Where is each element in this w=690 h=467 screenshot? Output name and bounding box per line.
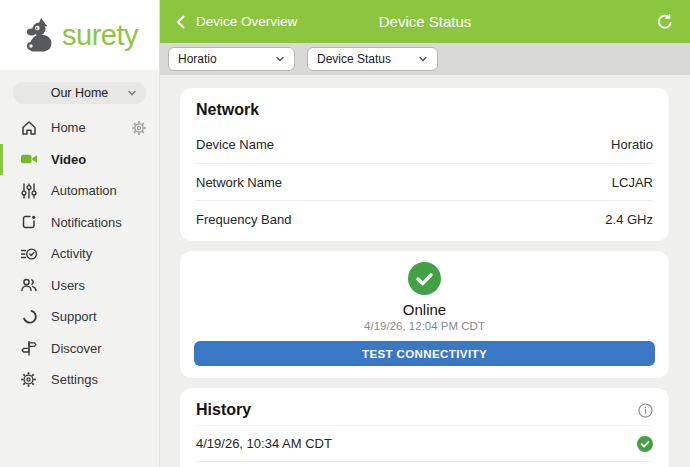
history-timestamp: 4/19/26, 10:34 AM CDT bbox=[196, 436, 332, 451]
surety-logo: surety bbox=[0, 0, 159, 70]
frequency-band-row: Frequency Band 2.4 GHz bbox=[196, 200, 653, 237]
history-row: 4/19/26, 10:34 AM CDT bbox=[196, 426, 653, 462]
test-connectivity-button[interactable]: TEST CONNECTIVITY bbox=[194, 341, 655, 366]
sidebar-item-label: Discover bbox=[51, 341, 102, 356]
sidebar-item-label: Settings bbox=[51, 372, 98, 387]
notifications-icon bbox=[20, 213, 38, 231]
network-card: Network Device Name Horatio Network Name… bbox=[180, 88, 669, 241]
gear-icon bbox=[20, 371, 38, 389]
home-settings-gear-icon[interactable] bbox=[131, 120, 147, 136]
sliders-icon bbox=[20, 182, 38, 200]
device-name-row: Device Name Horatio bbox=[196, 126, 653, 163]
online-check-icon bbox=[408, 262, 441, 295]
view-dropdown-value: Device Status bbox=[317, 52, 391, 66]
network-card-title: Network bbox=[196, 88, 653, 126]
filter-bar: Horatio Device Status bbox=[160, 43, 690, 75]
users-icon bbox=[20, 276, 38, 294]
sidebar: surety Our Home Home bbox=[0, 0, 160, 467]
sidebar-item-activity[interactable]: Activity bbox=[0, 238, 159, 270]
brand-name: surety bbox=[62, 21, 138, 50]
device-dropdown[interactable]: Horatio bbox=[168, 47, 295, 71]
sidebar-item-label: Notifications bbox=[51, 215, 122, 230]
history-card-title: History bbox=[196, 401, 251, 419]
info-icon[interactable] bbox=[638, 403, 653, 418]
row-value: LCJAR bbox=[612, 175, 653, 190]
row-label: Frequency Band bbox=[196, 212, 291, 227]
main-area: Device Overview Device Status Horatio De… bbox=[160, 0, 690, 467]
back-button[interactable]: Device Overview bbox=[176, 14, 297, 29]
sidebar-item-home[interactable]: Home bbox=[0, 112, 159, 144]
chevron-left-icon bbox=[176, 15, 185, 29]
chevron-down-icon bbox=[127, 88, 137, 98]
history-card: History 4/19/26, 10:34 AM CDT 4/19/26, 2… bbox=[180, 388, 669, 467]
home-selector-label: Our Home bbox=[51, 86, 109, 100]
sidebar-item-discover[interactable]: Discover bbox=[0, 333, 159, 365]
home-icon bbox=[20, 119, 38, 137]
device-dropdown-value: Horatio bbox=[178, 52, 217, 66]
chevron-down-icon bbox=[275, 54, 285, 64]
sidebar-item-automation[interactable]: Automation bbox=[0, 175, 159, 207]
sidebar-item-label: Home bbox=[51, 120, 86, 135]
page-title: Device Status bbox=[379, 13, 472, 30]
sidebar-item-label: Users bbox=[51, 278, 85, 293]
signpost-icon bbox=[20, 339, 38, 357]
top-navigation-bar: Device Overview Device Status bbox=[160, 0, 690, 43]
sidebar-item-notifications[interactable]: Notifications bbox=[0, 207, 159, 239]
sidebar-item-support[interactable]: Support bbox=[0, 301, 159, 333]
view-dropdown[interactable]: Device Status bbox=[307, 47, 438, 71]
video-camera-icon bbox=[20, 150, 38, 168]
support-icon bbox=[20, 308, 38, 326]
row-value: 2.4 GHz bbox=[605, 212, 653, 227]
sidebar-item-label: Activity bbox=[51, 246, 92, 261]
sidebar-item-label: Support bbox=[51, 309, 97, 324]
activity-list-check-icon bbox=[20, 245, 38, 263]
content-area: Network Device Name Horatio Network Name… bbox=[160, 75, 690, 467]
refresh-icon[interactable] bbox=[656, 13, 674, 31]
sidebar-item-label: Video bbox=[51, 152, 86, 167]
sidebar-item-video[interactable]: Video bbox=[0, 144, 159, 176]
back-label: Device Overview bbox=[196, 14, 297, 29]
online-check-badge-icon bbox=[637, 436, 653, 452]
sidebar-item-label: Automation bbox=[51, 183, 117, 198]
history-header: History bbox=[196, 388, 653, 426]
sidebar-item-users[interactable]: Users bbox=[0, 270, 159, 302]
chevron-down-icon bbox=[418, 54, 428, 64]
row-label: Device Name bbox=[196, 137, 274, 152]
status-timestamp: 4/19/26, 12:04 PM CDT bbox=[364, 320, 485, 332]
history-row: 4/19/26, 2:33 AM CDT bbox=[196, 462, 653, 467]
sidebar-nav: Home Video bbox=[0, 112, 159, 396]
home-selector-dropdown[interactable]: Our Home bbox=[13, 82, 146, 104]
row-label: Network Name bbox=[196, 175, 282, 190]
connectivity-status-card: Online 4/19/26, 12:04 PM CDT TEST CONNEC… bbox=[180, 251, 669, 378]
dog-logo-icon bbox=[21, 18, 57, 52]
status-state-text: Online bbox=[403, 301, 446, 318]
sidebar-item-settings[interactable]: Settings bbox=[0, 364, 159, 396]
app-window: surety Our Home Home bbox=[0, 0, 690, 467]
row-value: Horatio bbox=[611, 137, 653, 152]
network-name-row: Network Name LCJAR bbox=[196, 163, 653, 200]
